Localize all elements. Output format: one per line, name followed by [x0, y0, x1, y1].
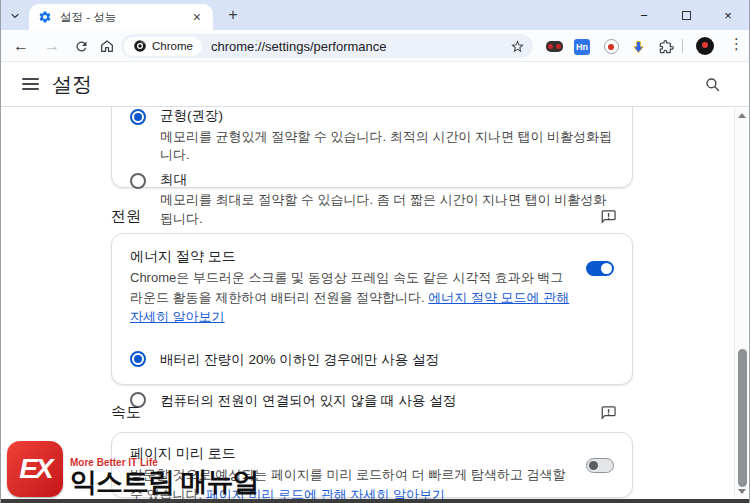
section-title: 속도 [111, 403, 141, 422]
energy-option-battery20[interactable]: 배터리 잔량이 20% 이하인 경우에만 사용 설정 [112, 349, 632, 369]
extensions-puzzle-icon[interactable] [657, 38, 675, 55]
search-icon[interactable] [704, 76, 721, 93]
chevron-down-icon [9, 10, 21, 22]
browser-toolbar: ← → Chrome chrome://settings/performance [1, 30, 749, 62]
home-icon [99, 38, 115, 54]
feedback-icon[interactable] [601, 209, 616, 224]
minimize-button[interactable]: − [623, 0, 665, 30]
feedback-icon[interactable] [601, 405, 616, 420]
watermark-tagline: More Better IT Life [70, 457, 259, 468]
tab-settings-performance[interactable]: 설정 - 성능 × [29, 4, 213, 30]
watermark-logo-icon: EX [7, 441, 63, 497]
scroll-up-icon[interactable] [738, 113, 746, 118]
energy-saver-toggle[interactable] [586, 261, 614, 276]
hamburger-menu-icon[interactable] [22, 75, 39, 93]
reload-button[interactable] [71, 36, 91, 56]
watermark-brand: 익스트림 매뉴얼 [70, 468, 259, 496]
back-arrow-icon: ← [13, 37, 29, 55]
energy-saver-card: 에너지 절약 모드 Chrome은 부드러운 스크롤 및 동영상 프레임 속도 … [111, 233, 633, 385]
window-controls: − × [623, 0, 749, 30]
settings-gear-icon [38, 10, 52, 24]
watermark: EX More Better IT Life 익스트림 매뉴얼 [7, 441, 259, 497]
option-label: 배터리 잔량이 20% 이하인 경우에만 사용 설정 [160, 351, 439, 369]
maximize-button[interactable] [665, 0, 707, 30]
extension-record-icon[interactable] [602, 38, 620, 55]
chrome-logo-icon [133, 39, 147, 53]
address-bar[interactable]: Chrome chrome://settings/performance [121, 34, 533, 58]
toolbar-separator [682, 39, 683, 53]
preload-toggle[interactable] [586, 458, 614, 473]
maximize-icon [682, 11, 691, 20]
window-bottom-edge [1, 499, 749, 503]
tab-close-icon[interactable]: × [190, 9, 204, 25]
forward-arrow-icon: → [44, 37, 60, 55]
option-label: 최대 [160, 171, 614, 189]
bookmark-star-icon[interactable] [510, 39, 525, 54]
url-text[interactable]: chrome://settings/performance [211, 39, 510, 54]
browser-window: 설정 - 성능 × + − × ← → [0, 0, 750, 503]
memory-saver-card: 균형(권장) 메모리를 균형있게 절약할 수 있습니다. 최적의 시간이 지나면… [111, 107, 633, 188]
tab-strip: 설정 - 성능 × + − × [1, 0, 749, 30]
memory-option-balanced[interactable]: 균형(권장) 메모리를 균형있게 절약할 수 있습니다. 최적의 시간이 지나면… [112, 107, 632, 164]
extension-hn-icon[interactable]: Hn [573, 38, 591, 55]
reload-icon [74, 39, 89, 54]
forward-button[interactable]: → [42, 36, 62, 56]
new-tab-button[interactable]: + [223, 5, 243, 25]
scrollbar[interactable] [734, 108, 748, 498]
energy-saver-title: 에너지 절약 모드 [130, 247, 570, 265]
scrollbar-thumb[interactable] [738, 349, 747, 487]
energy-saver-description: Chrome은 부드러운 스크롤 및 동영상 프레임 속도 같은 시각적 효과와… [130, 268, 570, 327]
extension-mask-icon[interactable] [545, 38, 563, 55]
settings-header: 설정 [1, 62, 749, 107]
back-button[interactable]: ← [11, 36, 31, 56]
radio-unselected-icon[interactable] [130, 173, 146, 189]
home-button[interactable] [97, 36, 117, 56]
browser-menu-icon[interactable]: ⋮ [729, 35, 744, 53]
page-title: 설정 [52, 71, 92, 98]
close-button[interactable]: × [707, 0, 749, 30]
radio-selected-icon[interactable] [130, 351, 146, 367]
tab-search-button[interactable] [6, 7, 24, 25]
scroll-down-icon[interactable] [738, 489, 746, 494]
option-description: 메모리를 균형있게 절약할 수 있습니다. 최적의 시간이 지나면 탭이 비활성… [160, 128, 614, 164]
chrome-badge-label: Chrome [152, 40, 193, 52]
power-section-header: 전원 [111, 207, 633, 226]
radio-selected-icon[interactable] [130, 109, 146, 125]
chrome-badge[interactable]: Chrome [124, 37, 202, 56]
tab-title: 설정 - 성능 [60, 10, 190, 25]
section-title: 전원 [111, 207, 141, 226]
option-label: 균형(권장) [160, 107, 614, 125]
speed-section-header: 속도 [111, 403, 633, 422]
extension-download-arrow-icon[interactable] [629, 38, 647, 55]
profile-avatar[interactable] [696, 37, 714, 54]
